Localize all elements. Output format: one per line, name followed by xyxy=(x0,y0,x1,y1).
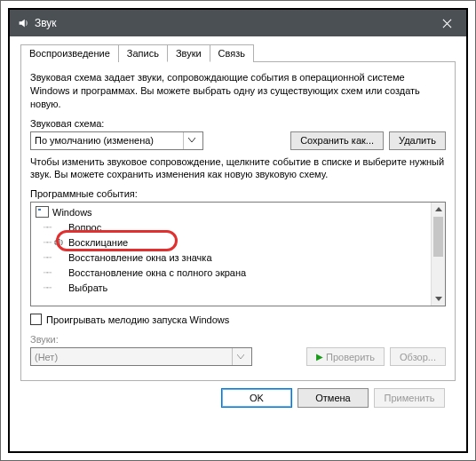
tree-item[interactable]: ┈┈ Вопрос xyxy=(31,219,445,234)
speaker-icon xyxy=(54,237,65,248)
chevron-down-icon xyxy=(232,348,248,365)
scheme-label: Звуковая схема: xyxy=(30,118,446,129)
cancel-button[interactable]: Отмена xyxy=(298,388,369,408)
tab-communications[interactable]: Связь xyxy=(210,44,254,62)
scheme-value: По умолчанию (изменена) xyxy=(35,135,154,146)
tree-item[interactable]: ┈┈ Восстановление окна с полного экрана xyxy=(31,265,445,280)
windows-icon xyxy=(36,206,49,218)
scroll-up-icon[interactable] xyxy=(432,203,445,217)
save-as-button[interactable]: Сохранить как... xyxy=(290,131,384,150)
scrollbar[interactable] xyxy=(431,203,445,306)
events-label: Программные события: xyxy=(30,188,446,199)
scroll-down-icon[interactable] xyxy=(432,291,445,306)
tabs: Воспроизведение Запись Звуки Связь xyxy=(20,44,456,62)
apply-button: Применить xyxy=(374,388,445,408)
play-startup-label: Проигрывать мелодию запуска Windows xyxy=(46,314,229,325)
events-tree[interactable]: Windows ┈┈ Вопрос ┈┈ Восклицание xyxy=(30,202,446,306)
play-icon: ▶ xyxy=(316,352,323,362)
sounds-label: Звуки: xyxy=(30,334,446,345)
chevron-down-icon xyxy=(183,132,199,149)
tree-item[interactable]: ┈┈ Выбрать xyxy=(31,280,445,295)
play-startup-checkbox[interactable] xyxy=(30,314,42,325)
tab-recording[interactable]: Запись xyxy=(118,44,168,62)
tree-item[interactable]: ┈┈ Восстановление окна из значка xyxy=(31,250,445,265)
ok-button[interactable]: OK xyxy=(221,388,292,408)
delete-button[interactable]: Удалить xyxy=(389,131,446,150)
tab-panel-sounds: Звуковая схема задает звуки, сопровождаю… xyxy=(20,62,456,381)
test-button: ▶ Проверить xyxy=(306,347,385,366)
scheme-dropdown[interactable]: По умолчанию (изменена) xyxy=(30,131,203,150)
close-button[interactable] xyxy=(429,10,464,36)
titlebar: Звук xyxy=(10,10,466,36)
events-description: Чтобы изменить звуковое сопровождение, щ… xyxy=(30,155,446,182)
tab-playback[interactable]: Воспроизведение xyxy=(20,44,119,62)
sounds-value: (Нет) xyxy=(35,352,58,362)
tree-root[interactable]: Windows xyxy=(31,204,445,219)
sounds-dropdown: (Нет) xyxy=(30,347,252,366)
scroll-thumb[interactable] xyxy=(433,217,443,257)
sound-icon xyxy=(17,17,29,29)
scheme-description: Звуковая схема задает звуки, сопровождаю… xyxy=(30,71,446,111)
tree-item-exclamation[interactable]: ┈┈ Восклицание xyxy=(31,234,445,250)
window-title: Звук xyxy=(35,17,429,29)
browse-button: Обзор... xyxy=(390,347,446,366)
tab-sounds[interactable]: Звуки xyxy=(167,44,210,62)
